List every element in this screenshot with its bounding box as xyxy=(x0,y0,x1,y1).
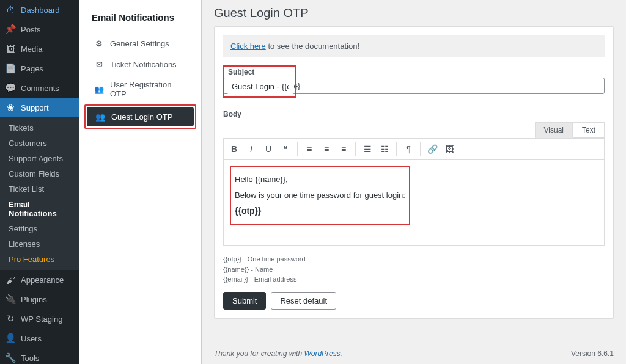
admin-footer: Thank you for creating with WordPress. V… xyxy=(214,335,614,358)
numbered-list-button[interactable]: ☷ xyxy=(377,141,392,157)
sidebar-item-label: Posts xyxy=(21,25,41,34)
documentation-suffix: to see the documentation! xyxy=(266,42,359,51)
tools-icon: 🔧 xyxy=(5,352,16,363)
wp-admin-sidebar: ⏱ Dashboard 📌 Posts 🖼 Media 📄 Pages 💬 Co… xyxy=(0,0,79,364)
sidebar-sub-email-notifications[interactable]: Email Notifications xyxy=(0,197,79,221)
settings-item-label: Guest Login OTP xyxy=(111,112,172,122)
underline-button[interactable]: U xyxy=(260,141,276,157)
blockquote-button[interactable]: ❝ xyxy=(278,141,293,157)
sidebar-item-support[interactable]: ❀ Support xyxy=(0,98,79,117)
helper-otp: {{otp}} - One time password xyxy=(223,254,605,264)
settings-item-general[interactable]: ⚙ General Settings xyxy=(86,34,195,53)
sidebar-sub-licenses[interactable]: Licenses xyxy=(0,236,79,252)
sidebar-item-label: Appearance xyxy=(21,275,64,285)
documentation-link[interactable]: Click here xyxy=(230,42,266,51)
sidebar-sub-pro-features[interactable]: Pro Features xyxy=(0,252,79,267)
settings-item-user-registration-otp[interactable]: 👥 User Registration OTP xyxy=(86,75,195,103)
subject-input[interactable] xyxy=(227,79,294,94)
footer-credit: Thank you for creating with WordPress. xyxy=(214,349,342,358)
align-left-button[interactable]: ≡ xyxy=(301,141,317,157)
sidebar-item-label: Support xyxy=(21,103,49,112)
sidebar-item-label: Users xyxy=(21,334,42,343)
sidebar-item-label: WP Staging xyxy=(21,315,62,324)
envelope-icon: ✉ xyxy=(94,59,104,69)
align-center-button[interactable]: ≡ xyxy=(319,141,334,157)
bullet-list-button[interactable]: ☰ xyxy=(359,141,375,157)
sidebar-item-label: Tools xyxy=(21,354,39,363)
editor-greeting: Hello {{name}}, xyxy=(235,173,405,186)
sidebar-item-pages[interactable]: 📄 Pages xyxy=(0,59,79,78)
pages-icon: 📄 xyxy=(5,63,16,74)
sidebar-sub-custom-fields[interactable]: Custom Fields xyxy=(0,166,79,181)
editor-body[interactable]: Hello {{name}}, Below is your one time p… xyxy=(223,160,605,246)
sidebar-sub-agents[interactable]: Support Agents xyxy=(0,151,79,166)
sidebar-item-label: Media xyxy=(21,45,42,54)
italic-button[interactable]: I xyxy=(243,141,259,157)
settings-item-guest-login-otp[interactable]: 👥 Guest Login OTP xyxy=(87,107,194,126)
sidebar-item-wp-staging[interactable]: ↻ WP Staging xyxy=(0,309,79,329)
subject-label: Subject xyxy=(226,68,294,76)
users-icon: 👤 xyxy=(5,333,16,344)
editor-line: Below is your one time password for gues… xyxy=(235,189,405,202)
sidebar-item-label: Pages xyxy=(21,64,43,73)
sidebar-sub-settings[interactable]: Settings xyxy=(0,221,79,236)
sidebar-submenu-support: Tickets Customers Support Agents Custom … xyxy=(0,117,79,270)
sidebar-item-plugins[interactable]: 🔌 Plugins xyxy=(0,289,79,309)
sidebar-item-dashboard[interactable]: ⏱ Dashboard xyxy=(0,0,79,20)
bold-button[interactable]: B xyxy=(226,141,242,157)
wordpress-link[interactable]: WordPress xyxy=(304,349,340,358)
sidebar-item-tools[interactable]: 🔧 Tools xyxy=(0,348,79,364)
documentation-banner: Click here to see the documentation! xyxy=(223,35,605,57)
plugins-icon: 🔌 xyxy=(5,294,16,305)
sidebar-item-comments[interactable]: 💬 Comments xyxy=(0,78,79,98)
settings-item-label: Ticket Notifications xyxy=(110,60,177,69)
submit-button[interactable]: Submit xyxy=(223,292,266,310)
footer-version: Version 6.6.1 xyxy=(571,349,614,358)
helper-name: {{name}} - Name xyxy=(223,264,605,275)
sidebar-sub-tickets[interactable]: Tickets xyxy=(0,120,79,136)
main-content: Guest Login OTP Click here to see the do… xyxy=(202,0,626,364)
sidebar-sub-customers[interactable]: Customers xyxy=(0,136,79,151)
placeholder-helpers: {{otp}} - One time password {{name}} - N… xyxy=(223,254,605,285)
settings-sidebar-title: Email Notifications xyxy=(79,7,201,32)
highlight-box-body: Hello {{name}}, Below is your one time p… xyxy=(230,166,410,225)
subject-section: Subject xyxy=(223,65,605,98)
tab-text[interactable]: Text xyxy=(573,122,605,138)
editor-toolbar: B I U ❝ ≡ ≡ ≡ ☰ ☷ ¶ 🔗 🖼 xyxy=(223,138,605,160)
highlight-box-subject: Subject xyxy=(223,65,296,98)
align-right-button[interactable]: ≡ xyxy=(336,141,352,157)
guest-otp-icon: 👥 xyxy=(95,112,105,122)
helper-email: {{email}} - Email address xyxy=(223,274,605,285)
paragraph-button[interactable]: ¶ xyxy=(400,141,416,157)
page-title: Guest Login OTP xyxy=(214,6,614,20)
link-button[interactable]: 🔗 xyxy=(424,141,440,157)
settings-item-label: General Settings xyxy=(110,39,169,48)
sidebar-item-appearance[interactable]: 🖌 Appearance xyxy=(0,270,79,289)
sidebar-item-label: Plugins xyxy=(21,295,47,304)
editor-otp: {{otp}} xyxy=(235,205,405,217)
sidebar-item-posts[interactable]: 📌 Posts xyxy=(0,20,79,39)
body-label: Body xyxy=(223,110,605,118)
sidebar-item-label: Comments xyxy=(21,84,59,93)
settings-card: Click here to see the documentation! Sub… xyxy=(214,26,614,319)
button-row: Submit Reset default xyxy=(223,292,605,310)
settings-sidebar: Email Notifications ⚙ General Settings ✉… xyxy=(79,0,202,364)
settings-item-ticket-notifications[interactable]: ✉ Ticket Notifications xyxy=(86,54,195,74)
image-button[interactable]: 🖼 xyxy=(441,141,457,157)
staging-icon: ↻ xyxy=(5,313,16,324)
sidebar-item-label: Dashboard xyxy=(21,5,60,15)
appearance-icon: 🖌 xyxy=(5,274,16,285)
reset-default-button[interactable]: Reset default xyxy=(271,292,336,310)
comments-icon: 💬 xyxy=(5,82,16,93)
tab-visual[interactable]: Visual xyxy=(535,122,573,138)
sidebar-sub-ticket-list[interactable]: Ticket List xyxy=(0,181,79,197)
body-section: Body Visual Text B I U ❝ ≡ ≡ ≡ ☰ ☷ xyxy=(223,110,605,246)
sidebar-item-users[interactable]: 👤 Users xyxy=(0,329,79,348)
settings-item-label: User Registration OTP xyxy=(110,80,186,98)
media-icon: 🖼 xyxy=(5,43,16,54)
sidebar-item-media[interactable]: 🖼 Media xyxy=(0,39,79,59)
editor-tabs: Visual Text xyxy=(223,122,605,138)
support-icon: ❀ xyxy=(5,102,16,113)
users-otp-icon: 👥 xyxy=(94,84,104,94)
dashboard-icon: ⏱ xyxy=(5,4,16,15)
